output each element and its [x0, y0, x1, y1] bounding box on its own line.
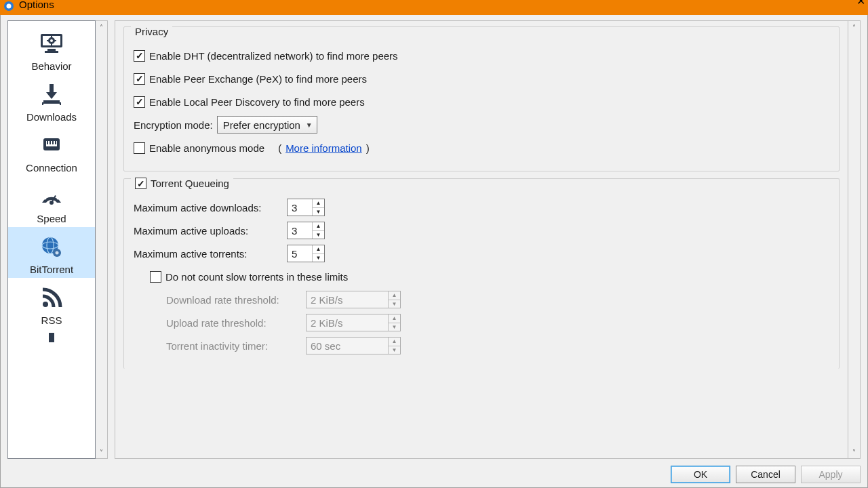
- dl-rate-value: 2 KiB/s: [311, 294, 343, 306]
- svg-point-34: [43, 302, 48, 307]
- svg-point-26: [47, 193, 50, 195]
- spin-down-icon[interactable]: ▼: [313, 253, 324, 262]
- sidebar-item-downloads[interactable]: Downloads: [8, 75, 95, 125]
- svg-point-27: [54, 193, 56, 195]
- sidebar-item-connection[interactable]: Connection: [8, 125, 95, 176]
- close-icon[interactable]: ✕: [856, 0, 865, 6]
- scroll-down-icon[interactable]: ˅: [96, 446, 107, 458]
- rss-icon: [39, 282, 64, 313]
- privacy-legend: Privacy: [131, 26, 172, 37]
- queueing-checkbox[interactable]: [135, 178, 146, 189]
- inact-label: Torrent inactivity timer:: [166, 340, 302, 352]
- dht-checkbox[interactable]: [134, 50, 145, 62]
- queueing-group: Torrent Queueing Maximum active download…: [123, 178, 840, 369]
- main-scrollbar[interactable]: ˄ ˅: [848, 20, 861, 459]
- options-window: Options ✕: [0, 0, 868, 488]
- max-dl-spinbox[interactable]: 3 ▲▼: [287, 199, 325, 216]
- lpd-checkbox[interactable]: [134, 96, 145, 108]
- ok-button[interactable]: OK: [671, 466, 730, 483]
- svg-rect-10: [47, 40, 49, 41]
- max-ul-label: Maximum active uploads:: [134, 225, 283, 237]
- dht-row: Enable DHT (decentralized network) to fi…: [134, 46, 829, 65]
- sidebar-item-rss[interactable]: RSS: [8, 278, 95, 329]
- more-info-link[interactable]: More information: [285, 142, 362, 154]
- sidebar-item-label: Downloads: [26, 111, 77, 123]
- globe-gear-icon: [38, 231, 65, 262]
- scroll-down-icon[interactable]: ˅: [848, 446, 860, 458]
- sidebar-item-bittorrent[interactable]: BitTorrent: [8, 227, 95, 278]
- gauge-icon: [38, 180, 65, 211]
- inact-row: Torrent inactivity timer: 60 sec ▲▼: [166, 336, 829, 355]
- slow-checkbox[interactable]: [150, 271, 161, 283]
- svg-rect-14: [43, 100, 60, 104]
- sidebar-item-label: Connection: [26, 162, 77, 174]
- ul-rate-row: Upload rate threshold: 2 KiB/s ▲▼: [166, 313, 829, 332]
- svg-rect-9: [51, 43, 52, 45]
- slow-label: Do not count slow torrents in these limi…: [165, 271, 348, 283]
- max-ul-spinbox[interactable]: 3 ▲▼: [287, 222, 325, 239]
- svg-rect-19: [47, 141, 48, 144]
- paren-open: (: [278, 142, 281, 154]
- encryption-row: Encryption mode: Prefer encryption: [134, 115, 829, 134]
- spin-up-icon[interactable]: ▲: [313, 199, 324, 207]
- svg-point-25: [45, 198, 47, 200]
- spin-up-icon: ▲: [389, 291, 400, 300]
- sidebar-item-behavior[interactable]: Behavior: [8, 24, 95, 75]
- svg-point-1: [7, 4, 12, 9]
- partial-icon: [46, 333, 57, 342]
- app-icon: [3, 0, 15, 12]
- max-dl-row: Maximum active downloads: 3 ▲▼: [134, 198, 829, 217]
- svg-rect-4: [47, 49, 56, 51]
- svg-point-7: [50, 39, 53, 42]
- inact-value: 60 sec: [311, 340, 340, 352]
- work-area: Behavior Downloads: [7, 20, 861, 459]
- anonymous-row: Enable anonymous mode (More information): [134, 138, 829, 157]
- cancel-label: Cancel: [751, 469, 781, 480]
- button-bar: OK Cancel Apply: [7, 459, 861, 485]
- inact-spinbox: 60 sec ▲▼: [306, 337, 401, 354]
- encryption-dropdown[interactable]: Prefer encryption: [217, 116, 317, 134]
- scroll-up-icon[interactable]: ˄: [96, 21, 107, 33]
- spin-up-icon: ▲: [389, 338, 400, 346]
- sidebar-scrollbar[interactable]: ˄ ˅: [96, 20, 108, 459]
- cancel-button[interactable]: Cancel: [736, 466, 795, 483]
- apply-label: Apply: [818, 469, 842, 480]
- client-area: Behavior Downloads: [0, 15, 868, 488]
- max-tr-row: Maximum active torrents: 5 ▲▼: [134, 244, 829, 263]
- sidebar: Behavior Downloads: [7, 20, 96, 459]
- max-ul-value: 3: [292, 225, 297, 237]
- window-title: Options: [19, 0, 54, 9]
- apply-button: Apply: [801, 466, 861, 483]
- scroll-track[interactable]: [848, 33, 860, 446]
- max-tr-label: Maximum active torrents:: [134, 248, 283, 260]
- scroll-up-icon[interactable]: ˄: [848, 21, 860, 33]
- sidebar-item-label: Speed: [37, 213, 66, 224]
- sidebar-item-webui[interactable]: [8, 329, 95, 342]
- spin-up-icon[interactable]: ▲: [313, 222, 324, 230]
- spin-up-icon[interactable]: ▲: [313, 245, 324, 253]
- pex-row: Enable Peer Exchange (PeX) to find more …: [134, 69, 829, 88]
- encryption-label: Encryption mode:: [134, 119, 213, 131]
- spin-up-icon: ▲: [389, 314, 400, 323]
- pex-checkbox[interactable]: [134, 73, 145, 85]
- sidebar-item-speed[interactable]: Speed: [8, 176, 95, 227]
- svg-marker-13: [46, 92, 57, 99]
- dl-rate-label: Download rate threshold:: [166, 294, 302, 306]
- queueing-legend: Torrent Queueing: [151, 178, 229, 189]
- sidebar-item-label: Behavior: [31, 60, 71, 72]
- max-ul-row: Maximum active uploads: 3 ▲▼: [134, 221, 829, 240]
- encryption-value: Prefer encryption: [223, 119, 300, 131]
- max-tr-spinbox[interactable]: 5 ▲▼: [287, 245, 325, 262]
- sidebar-item-label: BitTorrent: [30, 264, 73, 275]
- svg-rect-11: [54, 40, 56, 41]
- lpd-label: Enable Local Peer Discovery to find more…: [149, 96, 365, 108]
- spin-down-icon[interactable]: ▼: [313, 207, 324, 216]
- privacy-group: Privacy Enable DHT (decentralized networ…: [123, 26, 840, 171]
- pex-label: Enable Peer Exchange (PeX) to find more …: [149, 73, 367, 85]
- anonymous-checkbox[interactable]: [134, 142, 145, 154]
- svg-rect-16: [60, 102, 61, 105]
- slow-row: Do not count slow torrents in these limi…: [150, 267, 829, 286]
- spin-down-icon[interactable]: ▼: [313, 230, 324, 239]
- scroll-track[interactable]: [96, 33, 107, 446]
- ok-label: OK: [694, 469, 707, 480]
